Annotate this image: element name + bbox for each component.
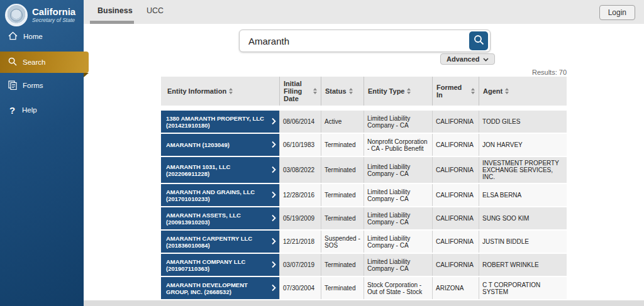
table-body: 1380 AMARANTH PROPERTY, LLC (20142191018…: [161, 111, 567, 299]
chevron-right-icon: [272, 141, 276, 149]
agent-cell: ROBERT WRINKLE: [479, 254, 567, 276]
sidebar-item-label: Home: [23, 33, 43, 40]
table-row: AMARANTH ASSETS, LLC (200913910203) 05/1…: [161, 207, 567, 229]
column-header-status[interactable]: Status: [321, 77, 364, 106]
entity-name: AMARANTH 1031, LLC (202206911228): [166, 163, 269, 177]
active-tab-underline: [90, 21, 134, 24]
help-icon: ?: [8, 105, 16, 116]
entity-type-cell: Nonprofit Corporation - CA - Public Bene…: [364, 134, 432, 156]
agent-cell: INVESTMENT PROPERTY EXCHANGE SERVICES, I…: [479, 157, 567, 183]
logo-subtitle: Secretary of State: [32, 17, 75, 23]
entity-name: AMARANTH CARPENTRY LLC (201836010084): [166, 235, 269, 249]
tab-business[interactable]: Business: [97, 6, 133, 15]
status-cell: Terminated: [321, 157, 364, 183]
status-cell: Terminated: [321, 207, 364, 229]
table-row: AMARANTH 1031, LLC (202206911228) 03/08/…: [161, 157, 567, 183]
formed-in-cell: CALIFORNIA: [432, 254, 479, 276]
sort-icon: [505, 88, 509, 94]
logo: California Secretary of State: [5, 4, 75, 26]
formed-in-cell: CALIFORNIA: [432, 111, 479, 133]
column-header-initial-filing-date[interactable]: Initial Filing Date: [279, 77, 321, 106]
agent-cell: C T CORPORATION SYSTEM: [479, 277, 567, 299]
agent-cell: JON HARVEY: [479, 134, 567, 156]
sidebar: California Secretary of State Home Searc…: [0, 0, 84, 306]
entity-info-cell[interactable]: AMARANTH (1203049): [161, 134, 279, 156]
entity-info-cell[interactable]: AMARANTH CARPENTRY LLC (201836010084): [161, 231, 279, 253]
entity-type-cell: Limited Liability Company - CA: [364, 254, 432, 276]
sidebar-item-home[interactable]: Home: [0, 29, 84, 44]
entity-info-cell[interactable]: AMARANTH COMPANY LLC (201907110363): [161, 254, 279, 276]
entity-name: 1380 AMARANTH PROPERTY, LLC (20142191018…: [166, 115, 269, 129]
search-input[interactable]: [240, 36, 469, 46]
results-table: Entity Information Initial Filing Date S…: [161, 77, 567, 300]
search-button[interactable]: [469, 31, 488, 50]
sidebar-item-help[interactable]: ? Help: [0, 102, 84, 117]
table-row: AMARANTH (1203049) 06/10/1983 Terminated…: [161, 134, 567, 156]
chevron-right-icon: [272, 261, 276, 269]
sidebar-item-forms[interactable]: Forms: [0, 78, 84, 93]
horizontal-scrollbar[interactable]: [84, 300, 644, 306]
sort-icon: [313, 88, 317, 94]
search-icon: [8, 57, 17, 67]
table-header-row: Entity Information Initial Filing Date S…: [161, 77, 567, 106]
chevron-down-icon: [483, 55, 489, 63]
table-row: AMARANTH CARPENTRY LLC (201836010084) 12…: [161, 231, 567, 253]
column-label: Entity Information: [167, 87, 226, 95]
formed-in-cell: CALIFORNIA: [432, 231, 479, 253]
formed-in-cell: CALIFORNIA: [432, 184, 479, 206]
table-row: 1380 AMARANTH PROPERTY, LLC (20142191018…: [161, 111, 567, 133]
status-cell: Active: [321, 111, 364, 133]
entity-name: AMARANTH DEVELOPMENT GROUP, INC. (266853…: [166, 281, 269, 295]
entity-info-cell[interactable]: AMARANTH ASSETS, LLC (200913910203): [161, 207, 279, 229]
filing-date-cell: 05/19/2009: [279, 207, 321, 229]
column-header-agent[interactable]: Agent: [479, 77, 567, 106]
entity-type-cell: Limited Liability Company - CA: [364, 231, 432, 253]
entity-name: AMARANTH AND GRAINS, LLC (201701010233): [166, 189, 269, 202]
sidebar-item-label: Search: [23, 58, 45, 66]
status-cell: Suspended - SOS: [321, 231, 364, 253]
entity-info-cell[interactable]: AMARANTH AND GRAINS, LLC (201701010233): [161, 184, 279, 206]
chevron-right-icon: [272, 238, 276, 246]
entity-type-cell: Limited Liability Company - CA: [364, 111, 432, 133]
filing-date-cell: 06/10/1983: [279, 134, 321, 156]
tab-ucc[interactable]: UCC: [147, 6, 164, 15]
agent-cell: JUSTIN BIDDLE: [479, 231, 567, 253]
advanced-label: Advanced: [447, 55, 480, 63]
search-icon: [474, 35, 484, 47]
advanced-search-button[interactable]: Advanced: [440, 53, 495, 65]
entity-type-cell: Limited Liability Company - CA: [364, 157, 432, 183]
entity-type-cell: Stock Corporation - Out of State - Stock: [364, 277, 432, 299]
table-row: AMARANTH COMPANY LLC (201907110363) 03/0…: [161, 254, 567, 276]
entity-type-cell: Limited Liability Company - CA: [364, 207, 432, 229]
chevron-right-icon: [272, 214, 276, 222]
entity-info-cell[interactable]: AMARANTH DEVELOPMENT GROUP, INC. (266853…: [161, 277, 279, 299]
status-cell: Terminated: [321, 254, 364, 276]
chevron-right-icon: [272, 191, 276, 199]
entity-info-cell[interactable]: AMARANTH 1031, LLC (202206911228): [161, 157, 279, 183]
filing-date-cell: 08/06/2014: [279, 111, 321, 133]
entity-type-cell: Limited Liability Company - CA: [364, 184, 432, 206]
status-cell: Terminated: [321, 184, 364, 206]
filing-date-cell: 03/07/2019: [279, 254, 321, 276]
entity-name: AMARANTH COMPANY LLC (201907110363): [166, 258, 269, 272]
column-header-entity-information[interactable]: Entity Information: [161, 77, 279, 106]
sort-icon: [407, 88, 411, 94]
column-header-formed-in[interactable]: Formed In: [432, 77, 479, 106]
column-header-entity-type[interactable]: Entity Type: [364, 77, 432, 106]
formed-in-cell: CALIFORNIA: [432, 157, 479, 183]
results-count: Results: 70: [161, 68, 567, 76]
forms-icon: [8, 80, 17, 91]
california-seal-icon: [5, 4, 28, 26]
chevron-right-icon: [272, 166, 276, 174]
home-icon: [8, 31, 18, 41]
formed-in-cell: CALIFORNIA: [432, 134, 479, 156]
app-window: California Secretary of State Home Searc…: [0, 0, 644, 306]
entity-info-cell[interactable]: 1380 AMARANTH PROPERTY, LLC (20142191018…: [161, 111, 279, 133]
entity-name: AMARANTH (1203049): [166, 141, 230, 148]
column-label: Status: [325, 87, 347, 95]
login-button[interactable]: Login: [599, 5, 635, 20]
sidebar-item-label: Forms: [23, 82, 43, 89]
agent-cell: ELSA BERNA: [479, 184, 567, 206]
column-label: Entity Type: [368, 87, 404, 95]
sidebar-item-search[interactable]: Search: [0, 52, 89, 73]
